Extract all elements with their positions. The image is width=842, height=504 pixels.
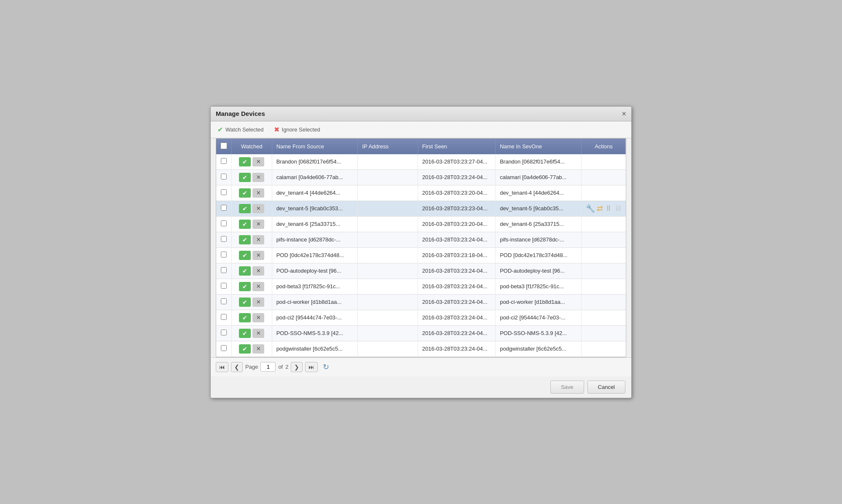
watch-check-icon[interactable]: ✔	[239, 173, 251, 182]
row-checkbox[interactable]	[221, 236, 227, 242]
row-checkbox-cell	[216, 232, 232, 247]
sevone-cell: pod-beta3 [f1f7825c-91c...	[496, 279, 582, 294]
watch-check-icon[interactable]: ✔	[239, 220, 251, 229]
watch-x-icon[interactable]: ✕	[252, 298, 264, 307]
row-checkbox[interactable]	[221, 283, 227, 289]
sevone-cell: dev_tenant-6 [25a33715...	[496, 216, 582, 232]
watch-check-icon[interactable]: ✔	[239, 282, 251, 291]
close-button[interactable]: ×	[622, 110, 626, 118]
pause-icon[interactable]: ⏸	[605, 204, 612, 213]
actions-cell	[581, 216, 626, 232]
watch-check-icon[interactable]: ✔	[239, 329, 251, 338]
prev-page-button[interactable]: ❮	[231, 362, 243, 372]
row-checkbox[interactable]	[221, 174, 227, 180]
table-row: ✔✕pod-ci2 [95444c74-7e03-...2016-03-28T0…	[216, 310, 626, 325]
refresh-icon[interactable]: ⇄	[597, 204, 603, 213]
row-checkbox[interactable]	[221, 267, 227, 273]
sevone-cell: POD [0dc42e178c374d48...	[496, 247, 582, 263]
watch-x-icon[interactable]: ✕	[252, 173, 264, 182]
actions-cell	[581, 247, 626, 263]
table-row: ✔✕dev_tenant-6 [25a33715...2016-03-28T03…	[216, 216, 626, 232]
actions-cell	[581, 263, 626, 279]
first-page-button[interactable]: ⏮	[216, 362, 228, 372]
sevone-cell: POD-SSO-NMS-5.3.9 [42...	[496, 325, 582, 341]
firstseen-cell: 2016-03-28T03:23:18-04...	[418, 247, 495, 263]
ignore-selected-button[interactable]: ✖ Ignore Selected	[272, 125, 322, 134]
header-actions: Actions	[581, 139, 626, 154]
next-page-button[interactable]: ❯	[291, 362, 303, 372]
watch-x-icon[interactable]: ✕	[252, 251, 264, 260]
watch-x-icon[interactable]: ✕	[252, 344, 264, 354]
watched-cell: ✔✕	[232, 325, 272, 341]
watch-check-icon[interactable]: ✔	[239, 298, 251, 307]
row-checkbox[interactable]	[221, 158, 227, 164]
watch-x-icon[interactable]: ✕	[252, 282, 264, 291]
watch-x-icon[interactable]: ✕	[252, 313, 264, 322]
last-page-button[interactable]: ⏭	[305, 362, 318, 372]
sevone-cell: pod-ci-worker [d1b8d1aa...	[496, 294, 582, 310]
watch-check-icon[interactable]: ✔	[239, 204, 251, 213]
header-checkbox-cell	[216, 139, 232, 154]
table-row: ✔✕podgwinstaller [6c62e5c5...2016-03-28T…	[216, 341, 626, 357]
sevone-cell: podgwinstaller [6c62e5c5...	[496, 341, 582, 357]
refresh-button[interactable]: ↻	[323, 362, 329, 372]
monitor-icon[interactable]: 🖥	[614, 204, 622, 213]
save-button[interactable]: Save	[550, 381, 584, 394]
ip-cell	[358, 341, 418, 357]
page-number-input[interactable]: 1	[260, 362, 276, 372]
watch-x-icon[interactable]: ✕	[252, 266, 264, 276]
table-row: ✔✕dev_tenant-4 [44de6264...2016-03-28T03…	[216, 185, 626, 201]
header-watched: Watched	[232, 139, 272, 154]
watch-x-icon[interactable]: ✕	[252, 204, 264, 213]
table-wrapper[interactable]: Watched Name From Source IP Address Firs…	[216, 139, 626, 357]
header-ip: IP Address	[358, 139, 418, 154]
devices-table: Watched Name From Source IP Address Firs…	[216, 139, 626, 357]
ip-cell	[358, 216, 418, 232]
watched-cell: ✔✕	[232, 216, 272, 232]
sevone-cell: Brandon [0682f017e6f54...	[496, 154, 582, 170]
watch-check-icon[interactable]: ✔	[239, 266, 251, 276]
row-checkbox[interactable]	[221, 205, 227, 211]
row-checkbox[interactable]	[221, 314, 227, 320]
dialog-title: Manage Devices	[216, 110, 265, 117]
firstseen-cell: 2016-03-28T03:23:20-04...	[418, 216, 495, 232]
ip-cell	[358, 232, 418, 247]
firstseen-cell: 2016-03-28T03:23:24-04...	[418, 263, 495, 279]
sevone-cell: pifs-instance [d62878dc-...	[496, 232, 582, 247]
dialog-titlebar: Manage Devices ×	[211, 107, 631, 121]
row-checkbox[interactable]	[221, 252, 227, 257]
row-checkbox-cell	[216, 279, 232, 294]
ip-cell	[358, 263, 418, 279]
watch-x-icon[interactable]: ✕	[252, 157, 264, 166]
table-row: ✔✕pifs-instance [d62878dc-...2016-03-28T…	[216, 232, 626, 247]
watch-check-icon[interactable]: ✔	[239, 235, 251, 244]
name-cell: Brandon [0682f017e6f54...	[272, 154, 358, 170]
watch-x-icon[interactable]: ✕	[252, 220, 264, 229]
table-row: ✔✕calamari [0a4de606-77ab...2016-03-28T0…	[216, 169, 626, 185]
watch-check-icon[interactable]: ✔	[239, 251, 251, 260]
row-checkbox[interactable]	[221, 220, 227, 226]
watch-check-icon[interactable]: ✔	[239, 313, 251, 322]
sevone-cell: calamari [0a4de606-77ab...	[496, 169, 582, 185]
page-label: Page	[245, 364, 258, 370]
watch-check-icon[interactable]: ✔	[239, 157, 251, 166]
row-checkbox[interactable]	[221, 189, 227, 195]
row-checkbox[interactable]	[221, 298, 227, 304]
select-all-checkbox[interactable]	[220, 142, 227, 149]
check-icon: ✔	[217, 126, 223, 134]
name-cell: pod-ci2 [95444c74-7e03-...	[272, 310, 358, 325]
row-checkbox[interactable]	[221, 345, 227, 351]
watch-check-icon[interactable]: ✔	[239, 344, 251, 354]
row-checkbox[interactable]	[221, 330, 227, 335]
firstseen-cell: 2016-03-28T03:23:24-04...	[418, 232, 495, 247]
row-checkbox-cell	[216, 341, 232, 357]
wrench-icon[interactable]: 🔧	[586, 204, 595, 213]
watch-selected-button[interactable]: ✔ Watch Selected	[216, 125, 265, 134]
watch-x-icon[interactable]: ✕	[252, 329, 264, 338]
watch-x-icon[interactable]: ✕	[252, 188, 264, 198]
watched-cell: ✔✕	[232, 185, 272, 201]
watch-check-icon[interactable]: ✔	[239, 188, 251, 198]
cancel-button[interactable]: Cancel	[587, 381, 625, 394]
actions-cell	[581, 310, 626, 325]
watch-x-icon[interactable]: ✕	[252, 235, 264, 244]
